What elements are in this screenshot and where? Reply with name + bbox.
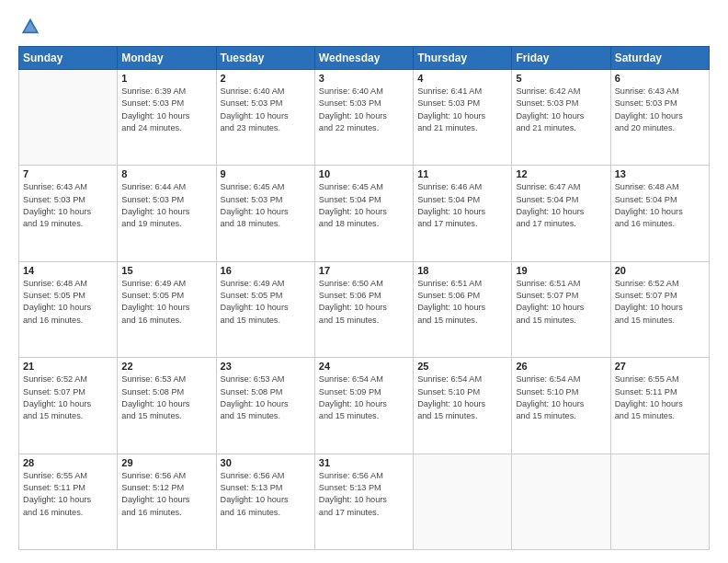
day-info: Sunrise: 6:49 AMSunset: 5:05 PMDaylight:… (121, 278, 211, 327)
day-number: 4 (417, 73, 507, 84)
day-number: 12 (516, 168, 606, 179)
day-info: Sunrise: 6:48 AMSunset: 5:04 PMDaylight:… (615, 181, 705, 230)
calendar-cell (610, 454, 709, 549)
day-number: 23 (221, 361, 311, 372)
day-info: Sunrise: 6:40 AMSunset: 5:03 PMDaylight:… (221, 86, 311, 134)
calendar-cell: 11Sunrise: 6:46 AMSunset: 5:04 PMDayligh… (414, 166, 512, 261)
calendar-cell: 15Sunrise: 6:49 AMSunset: 5:05 PMDayligh… (118, 261, 216, 357)
day-number: 9 (221, 168, 311, 179)
day-number: 16 (221, 265, 311, 276)
day-number: 10 (319, 168, 409, 179)
calendar-cell: 19Sunrise: 6:51 AMSunset: 5:07 PMDayligh… (512, 261, 610, 357)
calendar-cell: 23Sunrise: 6:53 AMSunset: 5:08 PMDayligh… (216, 358, 314, 454)
calendar-cell: 22Sunrise: 6:53 AMSunset: 5:08 PMDayligh… (118, 358, 216, 454)
week-row-2: 7Sunrise: 6:43 AMSunset: 5:03 PMDaylight… (19, 166, 710, 261)
weekday-header-friday: Friday (512, 47, 610, 70)
weekday-header-row: SundayMondayTuesdayWednesdayThursdayFrid… (19, 47, 710, 70)
day-number: 21 (23, 361, 113, 372)
day-info: Sunrise: 6:45 AMSunset: 5:04 PMDaylight:… (319, 181, 409, 230)
day-info: Sunrise: 6:50 AMSunset: 5:06 PMDaylight:… (319, 278, 409, 327)
calendar-cell: 18Sunrise: 6:51 AMSunset: 5:06 PMDayligh… (414, 261, 512, 357)
day-number: 19 (516, 265, 606, 276)
weekday-header-wednesday: Wednesday (314, 47, 413, 70)
day-info: Sunrise: 6:54 AMSunset: 5:10 PMDaylight:… (417, 373, 507, 422)
day-info: Sunrise: 6:55 AMSunset: 5:11 PMDaylight:… (615, 373, 705, 422)
day-info: Sunrise: 6:43 AMSunset: 5:03 PMDaylight:… (615, 86, 705, 134)
calendar-cell: 8Sunrise: 6:44 AMSunset: 5:03 PMDaylight… (118, 166, 216, 261)
day-number: 8 (121, 168, 211, 179)
calendar-cell: 12Sunrise: 6:47 AMSunset: 5:04 PMDayligh… (512, 166, 610, 261)
calendar-cell: 31Sunrise: 6:56 AMSunset: 5:13 PMDayligh… (314, 454, 413, 549)
week-row-5: 28Sunrise: 6:55 AMSunset: 5:11 PMDayligh… (19, 454, 710, 549)
day-info: Sunrise: 6:54 AMSunset: 5:10 PMDaylight:… (516, 373, 606, 422)
calendar-cell: 5Sunrise: 6:42 AMSunset: 5:03 PMDaylight… (512, 70, 610, 166)
day-info: Sunrise: 6:40 AMSunset: 5:03 PMDaylight:… (319, 86, 409, 134)
day-info: Sunrise: 6:42 AMSunset: 5:03 PMDaylight:… (516, 86, 606, 134)
day-number: 2 (221, 73, 311, 84)
day-info: Sunrise: 6:41 AMSunset: 5:03 PMDaylight:… (417, 86, 507, 134)
weekday-header-monday: Monday (118, 47, 216, 70)
day-number: 28 (23, 457, 113, 468)
calendar-cell: 6Sunrise: 6:43 AMSunset: 5:03 PMDaylight… (610, 70, 709, 166)
day-number: 27 (615, 361, 705, 372)
day-info: Sunrise: 6:39 AMSunset: 5:03 PMDaylight:… (121, 86, 211, 134)
calendar-cell: 2Sunrise: 6:40 AMSunset: 5:03 PMDaylight… (216, 70, 314, 166)
calendar-cell: 14Sunrise: 6:48 AMSunset: 5:05 PMDayligh… (19, 261, 118, 357)
day-info: Sunrise: 6:52 AMSunset: 5:07 PMDaylight:… (23, 373, 113, 422)
day-info: Sunrise: 6:43 AMSunset: 5:03 PMDaylight:… (23, 181, 113, 230)
day-info: Sunrise: 6:44 AMSunset: 5:03 PMDaylight:… (121, 181, 211, 230)
calendar-cell: 30Sunrise: 6:56 AMSunset: 5:13 PMDayligh… (216, 454, 314, 549)
day-number: 29 (121, 457, 211, 468)
day-info: Sunrise: 6:56 AMSunset: 5:12 PMDaylight:… (121, 470, 211, 519)
calendar-cell: 24Sunrise: 6:54 AMSunset: 5:09 PMDayligh… (314, 358, 413, 454)
calendar-cell: 17Sunrise: 6:50 AMSunset: 5:06 PMDayligh… (314, 261, 413, 357)
day-number: 18 (417, 265, 507, 276)
day-number: 15 (121, 265, 211, 276)
day-number: 3 (319, 73, 409, 84)
day-info: Sunrise: 6:53 AMSunset: 5:08 PMDaylight:… (121, 373, 211, 422)
page: SundayMondayTuesdayWednesdayThursdayFrid… (0, 0, 728, 563)
day-info: Sunrise: 6:52 AMSunset: 5:07 PMDaylight:… (615, 278, 705, 327)
day-number: 22 (121, 361, 211, 372)
calendar-cell: 21Sunrise: 6:52 AMSunset: 5:07 PMDayligh… (19, 358, 118, 454)
day-number: 1 (121, 73, 211, 84)
calendar-cell: 9Sunrise: 6:45 AMSunset: 5:03 PMDaylight… (216, 166, 314, 261)
calendar-cell: 10Sunrise: 6:45 AMSunset: 5:04 PMDayligh… (314, 166, 413, 261)
calendar-cell: 3Sunrise: 6:40 AMSunset: 5:03 PMDaylight… (314, 70, 413, 166)
calendar-cell: 16Sunrise: 6:49 AMSunset: 5:05 PMDayligh… (216, 261, 314, 357)
week-row-1: 1Sunrise: 6:39 AMSunset: 5:03 PMDaylight… (19, 70, 710, 166)
day-info: Sunrise: 6:55 AMSunset: 5:11 PMDaylight:… (23, 470, 113, 519)
calendar-cell: 27Sunrise: 6:55 AMSunset: 5:11 PMDayligh… (610, 358, 709, 454)
day-number: 26 (516, 361, 606, 372)
day-number: 5 (516, 73, 606, 84)
calendar-cell (19, 70, 118, 166)
day-info: Sunrise: 6:46 AMSunset: 5:04 PMDaylight:… (417, 181, 507, 230)
day-number: 20 (615, 265, 705, 276)
logo-icon (20, 17, 40, 37)
calendar-cell (512, 454, 610, 549)
calendar-cell: 4Sunrise: 6:41 AMSunset: 5:03 PMDaylight… (414, 70, 512, 166)
day-number: 17 (319, 265, 409, 276)
logo (18, 17, 40, 37)
weekday-header-tuesday: Tuesday (216, 47, 314, 70)
day-number: 30 (221, 457, 311, 468)
day-info: Sunrise: 6:47 AMSunset: 5:04 PMDaylight:… (516, 181, 606, 230)
weekday-header-sunday: Sunday (19, 47, 118, 70)
calendar-cell: 13Sunrise: 6:48 AMSunset: 5:04 PMDayligh… (610, 166, 709, 261)
week-row-4: 21Sunrise: 6:52 AMSunset: 5:07 PMDayligh… (19, 358, 710, 454)
calendar-cell: 29Sunrise: 6:56 AMSunset: 5:12 PMDayligh… (118, 454, 216, 549)
calendar-table: SundayMondayTuesdayWednesdayThursdayFrid… (18, 46, 710, 550)
day-info: Sunrise: 6:45 AMSunset: 5:03 PMDaylight:… (221, 181, 311, 230)
calendar-cell: 1Sunrise: 6:39 AMSunset: 5:03 PMDaylight… (118, 70, 216, 166)
calendar-cell: 28Sunrise: 6:55 AMSunset: 5:11 PMDayligh… (19, 454, 118, 549)
day-number: 25 (417, 361, 507, 372)
day-info: Sunrise: 6:49 AMSunset: 5:05 PMDaylight:… (221, 278, 311, 327)
calendar-cell (414, 454, 512, 549)
day-info: Sunrise: 6:51 AMSunset: 5:06 PMDaylight:… (417, 278, 507, 327)
calendar-cell: 7Sunrise: 6:43 AMSunset: 5:03 PMDaylight… (19, 166, 118, 261)
calendar-cell: 26Sunrise: 6:54 AMSunset: 5:10 PMDayligh… (512, 358, 610, 454)
day-number: 24 (319, 361, 409, 372)
day-number: 14 (23, 265, 113, 276)
week-row-3: 14Sunrise: 6:48 AMSunset: 5:05 PMDayligh… (19, 261, 710, 357)
calendar-cell: 25Sunrise: 6:54 AMSunset: 5:10 PMDayligh… (414, 358, 512, 454)
